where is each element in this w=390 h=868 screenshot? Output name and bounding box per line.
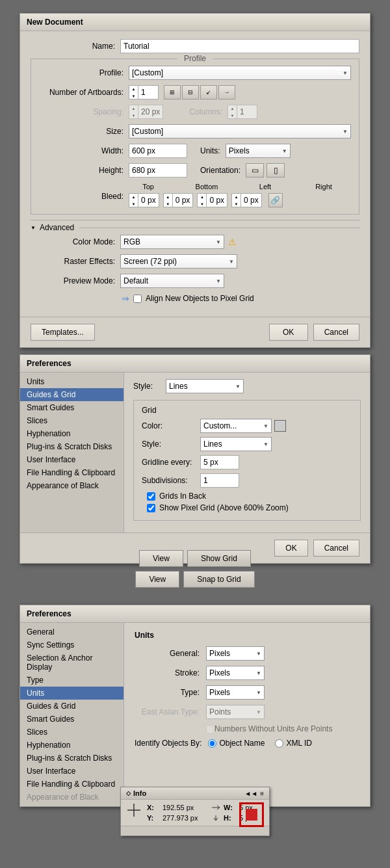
sidebar-item-appearance[interactable]: Appearance of Black — [20, 479, 124, 492]
view-button-1[interactable]: View — [139, 550, 183, 567]
columns-value: 1 — [237, 107, 257, 116]
sidebar-item-ui[interactable]: User Interface — [20, 453, 124, 466]
spacing-spinner-btns: ▲ ▼ — [129, 105, 138, 119]
bleed-top-spinner[interactable]: ▲▼ 0 px — [129, 193, 159, 207]
grids-in-back-checkbox[interactable] — [147, 492, 155, 501]
subdivisions-input[interactable] — [200, 473, 239, 488]
sidebar-item-plugins[interactable]: Plug-ins & Scratch Disks — [20, 440, 124, 453]
sidebar-b-hyphenation[interactable]: Hyphenation — [20, 739, 124, 752]
bleed-link-btn[interactable]: 🔗 — [268, 193, 283, 207]
xml-id-radio-label[interactable]: XML ID — [275, 739, 312, 748]
grid-style-arrow: ▼ — [263, 441, 268, 447]
h-label: H: — [224, 814, 237, 822]
grid-style-select[interactable]: Lines ▼ — [200, 437, 272, 451]
units-select-arrow: ▼ — [282, 148, 287, 154]
name-input[interactable] — [120, 39, 359, 53]
info-menu-icon[interactable]: ≡ — [260, 790, 264, 797]
sidebar-b-smart-guides[interactable]: Smart Guides — [20, 713, 124, 726]
artboards-spinner-btns[interactable]: ▲ ▼ — [129, 85, 138, 99]
grid-color-select[interactable]: Custom... ▼ — [200, 419, 272, 433]
type-units-arrow: ▼ — [256, 690, 261, 696]
sidebar-b-selection[interactable]: Selection & Anchor Display — [20, 651, 124, 674]
gridline-input[interactable] — [200, 455, 239, 469]
align-checkbox[interactable] — [133, 295, 142, 303]
units-label: Units: — [200, 146, 220, 155]
advanced-label: Advanced — [40, 223, 74, 232]
type-units-select[interactable]: Pixels ▼ — [206, 685, 265, 700]
portrait-btn[interactable]: ▭ — [246, 163, 264, 178]
sidebar-item-slices[interactable]: Slices — [20, 414, 124, 427]
ok-button[interactable]: OK — [269, 324, 308, 341]
sidebar-b-type[interactable]: Type — [20, 674, 124, 687]
size-select-arrow: ▼ — [343, 129, 348, 135]
sidebar-item-file-handling[interactable]: File Handling & Clipboard — [20, 466, 124, 479]
view-button-2[interactable]: View — [135, 571, 179, 588]
sidebar-item-smart-guides[interactable]: Smart Guides — [20, 401, 124, 414]
sidebar-b-plugins[interactable]: Plug-ins & Scratch Disks — [20, 752, 124, 765]
show-pixel-grid-checkbox[interactable] — [147, 504, 155, 512]
sidebar-b-sync[interactable]: Sync Settings — [20, 638, 124, 651]
w-arrow-icon — [211, 804, 221, 811]
numbers-label: Numbers Without Units Are Points — [214, 724, 332, 733]
artboards-down[interactable]: ▼ — [129, 92, 138, 99]
height-input[interactable] — [129, 163, 187, 178]
artboards-label: Number of Artboards: — [39, 88, 124, 97]
info-preview-area — [239, 802, 264, 827]
general-units-select[interactable]: Pixels ▼ — [206, 646, 265, 661]
info-panel: ◇ Info ◄◄ ≡ X: 192.55 px — [120, 787, 270, 836]
landscape-btn[interactable]: ▯ — [266, 163, 285, 178]
preview-arrow: ▼ — [216, 278, 221, 284]
object-name-text: Object Name — [219, 739, 265, 748]
cancel-button[interactable]: Cancel — [313, 324, 359, 341]
y-label: Y: — [147, 814, 160, 822]
stroke-units-select[interactable]: Pixels ▼ — [206, 666, 265, 680]
grid-color-arrow: ▼ — [263, 423, 268, 429]
sidebar-b-units[interactable]: Units — [20, 687, 124, 700]
gridline-label: Gridline every: — [142, 458, 200, 467]
sidebar-item-guides-grid[interactable]: Guides & Grid — [20, 388, 124, 401]
sidebar-item-units[interactable]: Units — [20, 375, 124, 388]
bleed-top-val: 0 px — [138, 196, 159, 205]
artboard-icon-2[interactable]: ⊟ — [182, 85, 199, 99]
color-mode-select[interactable]: RGB ▼ — [120, 235, 224, 249]
sidebar-item-hyphenation[interactable]: Hyphenation — [20, 427, 124, 440]
artboard-icon-3[interactable]: ↙ — [200, 85, 217, 99]
sidebar-b-general[interactable]: General — [20, 625, 124, 638]
x-value: 192.55 px — [162, 804, 202, 811]
artboards-up[interactable]: ▲ — [129, 85, 138, 92]
bleed-bottom-spinner[interactable]: ▲▼ 0 px — [163, 193, 194, 207]
artboard-icon-1[interactable]: ⊞ — [164, 85, 181, 99]
guides-style-arrow: ▼ — [235, 384, 240, 389]
pixel-align-icon: ⇒ — [122, 293, 129, 304]
numbers-row: Numbers Without Units Are Points — [135, 724, 359, 733]
artboards-value: 1 — [138, 88, 158, 97]
sidebar-b-slices[interactable]: Slices — [20, 726, 124, 739]
bleed-left-spinner[interactable]: ▲▼ 0 px — [197, 193, 228, 207]
bleed-right-spinner[interactable]: ▲▼ 0 px — [231, 193, 262, 207]
general-units-arrow: ▼ — [256, 651, 261, 657]
object-name-radio-label[interactable]: Object Name — [208, 739, 265, 748]
object-name-radio[interactable] — [208, 739, 216, 748]
advanced-toggle[interactable]: ▼ Advanced — [31, 220, 359, 235]
show-grid-button[interactable]: Show Grid — [187, 550, 251, 567]
artboard-icon-4[interactable]: → — [218, 85, 235, 99]
sidebar-b-guides[interactable]: Guides & Grid — [20, 700, 124, 713]
size-select[interactable]: [Custom] ▼ — [129, 124, 351, 138]
sidebar-b-ui[interactable]: User Interface — [20, 765, 124, 778]
units-select[interactable]: Pixels ▼ — [226, 144, 291, 158]
guides-style-select[interactable]: Lines ▼ — [166, 379, 244, 393]
east-asian-select: Points ▼ — [206, 705, 265, 719]
sidebar-b-file-handling[interactable]: File Handling & Clipboard — [20, 778, 124, 791]
xml-id-radio[interactable] — [275, 739, 283, 748]
profile-select[interactable]: [Custom] ▼ — [129, 66, 351, 80]
columns-spinner: ▲ ▼ 1 — [228, 105, 257, 119]
red-square-outline — [239, 802, 264, 827]
info-expand-icon[interactable]: ◄◄ — [244, 790, 257, 797]
raster-select[interactable]: Screen (72 ppi) ▼ — [120, 254, 237, 269]
width-input[interactable] — [129, 144, 187, 158]
templates-button[interactable]: Templates... — [31, 324, 95, 341]
snap-to-grid-button[interactable]: Snap to Grid — [183, 571, 254, 588]
grid-color-swatch[interactable] — [274, 420, 286, 432]
artboards-spinner[interactable]: ▲ ▼ 1 — [129, 85, 159, 99]
preview-select[interactable]: Default ▼ — [120, 274, 224, 288]
